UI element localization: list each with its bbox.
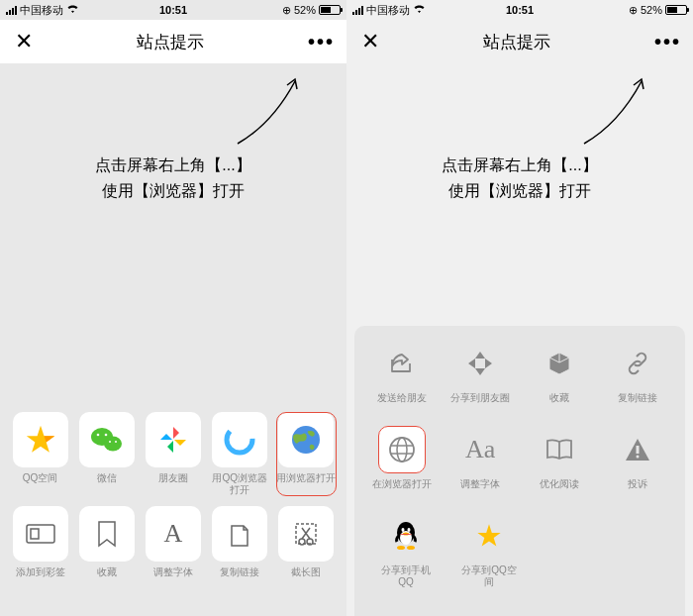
svg-point-22 (397, 546, 405, 550)
share-row-2: 在浏览器打开 Aa 调整字体 优化阅读 投诉 (360, 426, 679, 502)
open-browser[interactable]: 用浏览器打开 (276, 412, 337, 496)
carrier-label: 中国移动 (20, 3, 63, 18)
open-browser[interactable]: 在浏览器打开 (370, 426, 434, 502)
svg-point-11 (299, 539, 305, 545)
book-icon (545, 438, 573, 462)
collect[interactable]: 收藏 (528, 340, 591, 416)
globe-outline-icon (387, 435, 417, 464)
arrow-icon (228, 69, 307, 149)
item-label: 调整字体 (153, 566, 193, 590)
item-label: 朋友圈 (158, 472, 188, 496)
item-label: 投诉 (628, 478, 647, 502)
share-row-1: 发送给朋友 分享到朋友圈 收藏 复制链接 (360, 340, 679, 416)
share-qqzone[interactable]: QQ空间 (10, 412, 70, 496)
share-moments[interactable]: 朋友圈 (143, 412, 203, 496)
share-sheet-left: QQ空间 微信 朋友圈 用QQ浏览器打开 用浏览器打开 添加到彩签 (0, 402, 346, 616)
svg-point-5 (115, 441, 117, 443)
item-label: 在浏览器打开 (372, 478, 432, 502)
item-label: 复制链接 (618, 392, 657, 416)
svg-point-6 (227, 427, 252, 453)
rotation-lock-icon: ⊕ (282, 4, 291, 17)
status-bar: 中国移动 10:51 ⊕ 52% (346, 0, 693, 20)
nav-bar: ✕ 站点提示 ••• (346, 20, 693, 63)
time-label: 10:51 (506, 4, 534, 16)
instruction-line2: 使用【浏览器】打开 (346, 178, 693, 204)
send-friend[interactable]: 发送给朋友 (370, 340, 434, 416)
aperture-icon (466, 350, 494, 377)
open-qqbrowser[interactable]: 用QQ浏览器打开 (210, 412, 270, 496)
share-row-3: 分享到手机QQ 分享到QQ空间 (360, 512, 679, 588)
wifi-icon (413, 4, 426, 16)
item-label: 发送给朋友 (377, 392, 427, 416)
svg-point-1 (104, 437, 122, 452)
share-sheet-right: 发送给朋友 分享到朋友圈 收藏 复制链接 在浏览器打开 Aa 调整字体 (354, 326, 685, 616)
item-label: 收藏 (97, 566, 117, 590)
svg-point-14 (397, 438, 407, 462)
share-qq[interactable]: 分享到手机QQ (374, 512, 438, 588)
battery-pct: 52% (641, 4, 662, 16)
rect-icon (26, 524, 55, 544)
svg-point-2 (96, 434, 99, 437)
svg-rect-9 (31, 529, 39, 539)
share-wechat[interactable]: 微信 (76, 412, 137, 496)
item-label: 用QQ浏览器打开 (210, 472, 270, 496)
item-label: 分享到手机QQ (374, 565, 438, 588)
more-button[interactable]: ••• (651, 31, 681, 53)
svg-point-20 (408, 528, 411, 532)
wifi-icon (66, 4, 79, 16)
close-button[interactable]: ✕ (12, 29, 36, 54)
battery-icon (665, 5, 687, 15)
item-label: 分享到QQ空间 (457, 565, 521, 588)
instruction-line1: 点击屏幕右上角【...】 (346, 153, 693, 178)
item-label: 用浏览器打开 (276, 472, 336, 496)
battery-pct: 52% (294, 4, 316, 16)
copy-link[interactable]: 复制链接 (606, 340, 669, 416)
font-icon: A (164, 521, 183, 547)
left-screenshot: 中国移动 10:51 ⊕ 52% ✕ 站点提示 ••• 点击屏幕右上角【...】… (0, 0, 346, 616)
share-moments[interactable]: 分享到朋友圈 (448, 340, 512, 416)
signal-icon (6, 6, 17, 15)
status-bar: 中国移动 10:51 ⊕ 52% (0, 0, 346, 20)
svg-point-23 (407, 546, 415, 550)
battery-icon (319, 5, 341, 15)
item-label: 复制链接 (220, 566, 259, 590)
favorite[interactable]: 收藏 (76, 506, 137, 590)
add-bookmark[interactable]: 添加到彩签 (10, 506, 70, 590)
copy-icon (228, 520, 251, 548)
carrier-label: 中国移动 (366, 3, 410, 18)
bookmark-icon (96, 520, 118, 548)
long-screenshot[interactable]: 截长图 (276, 506, 337, 590)
share-qqzone[interactable]: 分享到QQ空间 (457, 512, 521, 588)
item-label: 调整字体 (460, 478, 500, 502)
right-screenshot: 中国移动 10:51 ⊕ 52% ✕ 站点提示 ••• 点击屏幕右上角【...】… (346, 0, 693, 616)
svg-point-4 (109, 441, 111, 443)
star-icon (24, 423, 57, 457)
report[interactable]: 投诉 (606, 426, 669, 502)
cut-icon (292, 520, 320, 548)
close-button[interactable]: ✕ (358, 29, 382, 54)
adjust-font[interactable]: A 调整字体 (143, 506, 203, 590)
item-label: 收藏 (549, 392, 569, 416)
time-label: 10:51 (159, 4, 187, 16)
instruction-line1: 点击屏幕右上角【...】 (0, 153, 346, 178)
font-icon: Aa (465, 437, 495, 462)
penguin-icon (393, 521, 419, 551)
share-row-1: QQ空间 微信 朋友圈 用QQ浏览器打开 用浏览器打开 (8, 412, 339, 496)
qqbrowser-icon (224, 424, 255, 456)
warn-icon (624, 437, 651, 462)
instruction-text: 点击屏幕右上角【...】 使用【浏览器】打开 (0, 153, 346, 203)
moments-icon (157, 424, 189, 456)
copy-link[interactable]: 复制链接 (210, 506, 270, 590)
adjust-font[interactable]: Aa 调整字体 (448, 426, 512, 502)
signal-icon (352, 6, 363, 15)
page-title: 站点提示 (137, 31, 204, 53)
nav-bar: ✕ 站点提示 ••• (0, 20, 346, 63)
instruction-text: 点击屏幕右上角【...】 使用【浏览器】打开 (346, 153, 693, 203)
more-button[interactable]: ••• (305, 31, 335, 53)
svg-point-16 (637, 456, 640, 459)
item-label: 截长图 (291, 566, 321, 590)
arrow-icon (574, 69, 653, 149)
item-label: 优化阅读 (540, 478, 579, 502)
item-label: 添加到彩签 (16, 566, 65, 590)
optimize-reading[interactable]: 优化阅读 (528, 426, 591, 502)
